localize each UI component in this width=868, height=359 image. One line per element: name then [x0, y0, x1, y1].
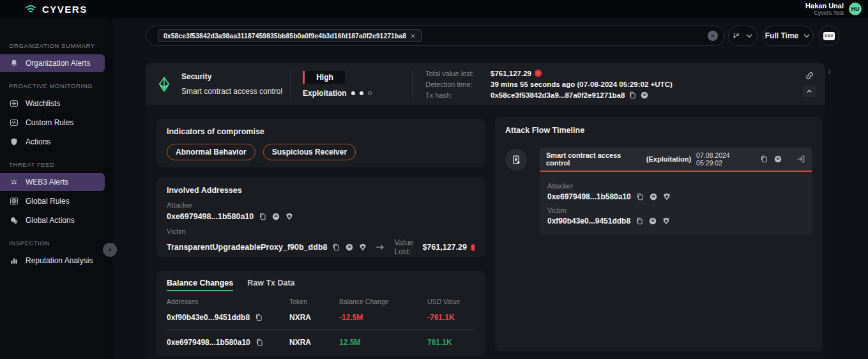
sidebar-item-organization-alerts[interactable]: Organization Alerts	[0, 54, 105, 72]
indicators-of-compromise-card: Indicators of compromise Abnormal Behavi…	[156, 119, 485, 167]
etherscan-icon[interactable]	[345, 243, 354, 252]
arrow-right-icon	[376, 243, 385, 252]
tab-balance-changes[interactable]: Balance Changes	[167, 279, 233, 291]
sort-icon	[732, 31, 741, 40]
sidebar-item-actions[interactable]: Actions	[0, 133, 105, 151]
balance-changes-card: Balance Changes Raw Tx Data Addresses To…	[156, 271, 485, 356]
total-value-lost: $761,127.29	[491, 69, 531, 78]
open-event-icon[interactable]	[796, 155, 805, 164]
search-clear-icon[interactable]	[708, 31, 718, 41]
copy-icon[interactable]	[636, 192, 644, 201]
alert-card: Security Smart contract access control H…	[146, 63, 825, 359]
tab-raw-tx-data[interactable]: Raw Tx Data	[247, 279, 294, 291]
attacker-label: Attacker	[167, 201, 475, 209]
sidebar-item-global-actions[interactable]: Global Actions	[0, 211, 105, 229]
loss-alert-icon	[471, 244, 475, 251]
etherscan-icon[interactable]	[640, 91, 649, 100]
row-address: 0xf90b43e0...9451ddb8	[167, 313, 250, 322]
chevron-down-icon	[802, 31, 811, 40]
metamask-icon[interactable]	[662, 217, 671, 225]
etherscan-icon[interactable]	[773, 155, 782, 164]
sidebar-item-watchlists[interactable]: Watchlists	[0, 95, 105, 112]
user-org: Cyvers Test	[805, 10, 844, 16]
row-balance-change: 12.5M	[339, 338, 427, 347]
sidebar-item-web3-alerts[interactable]: WEB3 Alerts	[0, 173, 105, 191]
search-input[interactable]: 0x58ce3f53842d3a98aa31187459835bb85b0a0f…	[146, 26, 725, 46]
ioc-title: Indicators of compromise	[167, 127, 475, 136]
share-link-icon[interactable]	[805, 71, 814, 80]
contract-event-icon	[505, 149, 527, 171]
sidebar-collapse-button[interactable]	[103, 243, 117, 257]
timeline-event[interactable]: Smart contract access control (Exploitat…	[540, 148, 812, 234]
sidebar-item-label: Custom Rules	[26, 118, 73, 127]
time-filter-label: Full Time	[765, 31, 798, 40]
phase-label: Exploitation	[303, 89, 347, 98]
user-menu[interactable]: Hakan Unal Cyvers Test HU	[805, 2, 862, 17]
col-token: Token	[289, 298, 339, 305]
event-attacker-label: Attacker	[547, 182, 804, 190]
copy-icon[interactable]	[331, 243, 340, 252]
severity-label: High	[305, 73, 345, 82]
top-bar: CYVERS Hakan Unal Cyvers Test HU	[0, 0, 868, 18]
next-page-icon[interactable]	[826, 68, 833, 75]
row-token: NXRA	[289, 338, 339, 347]
section-title-organization-summary: ORGANIZATION SUMMARY	[0, 42, 107, 53]
copy-icon[interactable]	[258, 212, 267, 221]
attacker-address: 0xe6979498...1b580a10	[167, 212, 254, 221]
sidebar-item-label: Global Rules	[26, 197, 70, 206]
event-timestamp: 07.08.2024 05:29:02	[696, 151, 754, 167]
phase-dot-filled	[351, 91, 355, 95]
alert-category: Security	[181, 72, 282, 81]
etherscan-icon[interactable]	[648, 217, 657, 225]
section-title-inspection: INSPECTION	[0, 240, 107, 250]
sidebar-item-global-rules[interactable]: Global Rules	[0, 192, 105, 210]
export-csv-button[interactable]: CSV	[819, 26, 839, 46]
copy-icon[interactable]	[759, 155, 768, 164]
row-token: NXRA	[289, 313, 339, 322]
main-content: 0x58ce3f53842d3a98aa31187459835bb85b0a0f…	[112, 18, 868, 359]
attack-flow-timeline-card: Attack Flow Timeline Smart contract acce…	[495, 117, 822, 351]
copy-icon[interactable]	[255, 338, 264, 347]
ioc-chip-suspicious-receiver: Suspicious Receiver	[263, 144, 356, 160]
etherscan-icon[interactable]	[271, 212, 280, 221]
sort-button[interactable]	[728, 26, 758, 46]
cyvers-logo-icon	[24, 3, 37, 15]
involved-title: Involved Addresses	[167, 186, 475, 195]
search-filter-chip: 0x58ce3f53842d3a98aa31187459835bb85b0a0f…	[158, 29, 422, 42]
alert-summary-row[interactable]: Security Smart contract access control H…	[146, 63, 825, 105]
alert-detail-panel: Indicators of compromise Abnormal Behavi…	[146, 105, 825, 359]
chip-remove-icon[interactable]	[410, 33, 416, 39]
metamask-icon[interactable]	[358, 243, 367, 252]
eye-icon	[9, 99, 19, 108]
sidebar-item-label: Global Actions	[26, 216, 75, 225]
collapse-alert-button[interactable]	[802, 86, 816, 97]
time-filter-dropdown[interactable]: Full Time	[763, 26, 814, 46]
event-victim-address: 0xf90b43e0...9451ddb8	[547, 217, 630, 225]
event-victim-label: Victim	[547, 206, 804, 214]
sidebar-item-label: Reputation Analysis	[26, 256, 93, 265]
sidebar-item-reputation-analysis[interactable]: Reputation Analysis	[0, 252, 105, 270]
row-balance-change: -12.5M	[339, 313, 427, 322]
col-usd-value: USD Value	[427, 298, 475, 305]
etherscan-icon[interactable]	[649, 192, 658, 201]
row-address: 0xe6979498...1b580a10	[167, 338, 250, 347]
bar-chart-icon	[9, 256, 19, 265]
victim-label: Victim	[167, 227, 475, 235]
metamask-icon[interactable]	[285, 212, 294, 221]
tx-hash: 0x58ce3f53842d3a9...87a0f2e91271ba8	[491, 91, 625, 100]
event-phase: (Exploitation)	[646, 155, 691, 163]
balance-table-header: Addresses Token Balance Change USD Value	[167, 298, 475, 305]
sidebar-item-label: Actions	[26, 137, 50, 146]
section-title-proactive-monitoring: PROACTIVE MONITORING	[0, 82, 107, 93]
globe-icon	[9, 197, 19, 206]
avatar[interactable]: HU	[849, 3, 862, 15]
copy-icon[interactable]	[254, 313, 263, 322]
copy-icon[interactable]	[635, 217, 644, 225]
table-row: 0xe6979498...1b580a10 NXRA 12.5M 761.1K	[167, 330, 475, 347]
phase-dot-hollow	[368, 91, 372, 95]
metamask-icon[interactable]	[662, 192, 671, 201]
phase-dot-filled	[360, 91, 363, 95]
severity-badge: High	[303, 71, 345, 84]
copy-icon[interactable]	[628, 91, 637, 100]
sidebar-item-custom-rules[interactable]: Custom Rules	[0, 114, 105, 132]
